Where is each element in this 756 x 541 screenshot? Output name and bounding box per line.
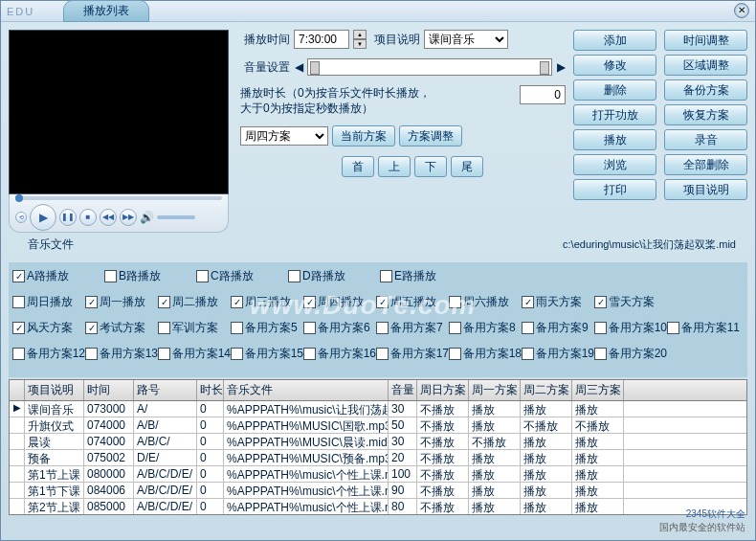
checkbox-box[interactable] bbox=[12, 348, 25, 360]
checkbox-box[interactable] bbox=[158, 348, 170, 360]
prev-track-icon[interactable]: ◀◀ bbox=[100, 209, 117, 226]
rewind-icon[interactable]: ⟲ bbox=[15, 212, 27, 223]
checkbox-box[interactable] bbox=[522, 322, 534, 334]
action-button-浏览[interactable]: 浏览 bbox=[573, 154, 656, 175]
table-row[interactable]: 预备075002D/E/0%APPPATH%\MUSIC\预备.mp320不播放… bbox=[10, 450, 746, 466]
video-display[interactable] bbox=[9, 30, 229, 194]
checkbox-备用方案9[interactable]: 备用方案9 bbox=[522, 320, 594, 336]
checkbox-C路播放[interactable]: C路播放 bbox=[196, 268, 288, 284]
table-row[interactable]: 升旗仪式074000A/B/0%APPPATH%\MUSIC\国歌.mp350不… bbox=[10, 417, 746, 434]
checkbox-box[interactable] bbox=[522, 348, 534, 360]
checkbox-B路播放[interactable]: B路播放 bbox=[104, 268, 196, 284]
checkbox-备用方案8[interactable]: 备用方案8 bbox=[449, 320, 522, 336]
action-button-修改[interactable]: 修改 bbox=[573, 55, 656, 76]
checkbox-雨天方案[interactable]: 雨天方案 bbox=[522, 294, 594, 310]
checkbox-box[interactable] bbox=[12, 296, 25, 308]
checkbox-备用方案16[interactable]: 备用方案16 bbox=[303, 346, 376, 362]
next-track-icon[interactable]: ▶▶ bbox=[120, 209, 137, 226]
stop-icon[interactable]: ■ bbox=[79, 209, 97, 226]
checkbox-box[interactable] bbox=[376, 348, 389, 360]
column-header-周日方案[interactable]: 周日方案 bbox=[417, 380, 469, 400]
nav-first-button[interactable]: 首 bbox=[342, 156, 374, 177]
volume-slider[interactable] bbox=[157, 215, 195, 219]
play-time-input[interactable] bbox=[294, 30, 349, 49]
column-header-周二方案[interactable]: 周二方案 bbox=[521, 380, 572, 400]
checkbox-box[interactable] bbox=[376, 322, 389, 334]
checkbox-box[interactable] bbox=[85, 348, 98, 360]
checkbox-周六播放[interactable]: 周六播放 bbox=[449, 294, 522, 310]
action-button-项目说明[interactable]: 项目说明 bbox=[664, 179, 747, 200]
scheme-select[interactable]: 周四方案 bbox=[240, 126, 328, 146]
checkbox-D路播放[interactable]: D路播放 bbox=[288, 268, 380, 284]
checkbox-box[interactable] bbox=[667, 322, 679, 334]
column-header-音量[interactable]: 音量 bbox=[389, 380, 417, 400]
checkbox-box[interactable] bbox=[594, 348, 607, 360]
table-row[interactable]: 第2节上课085000A/B/C/D/E/0%APPPATH%\music\个性… bbox=[10, 499, 746, 514]
action-button-添加[interactable]: 添加 bbox=[573, 30, 656, 51]
time-spinner[interactable]: ▲▼ bbox=[353, 30, 367, 49]
action-button-恢复方案[interactable]: 恢复方案 bbox=[664, 104, 747, 125]
column-header-时间[interactable]: 时间 bbox=[84, 380, 134, 400]
checkbox-周四播放[interactable]: 周四播放 bbox=[303, 294, 376, 310]
checkbox-周二播放[interactable]: 周二播放 bbox=[158, 294, 231, 310]
column-header-时长[interactable]: 时长 bbox=[197, 380, 224, 400]
checkbox-备用方案15[interactable]: 备用方案15 bbox=[231, 346, 303, 362]
checkbox-box[interactable] bbox=[449, 348, 461, 360]
action-button-区域调整[interactable]: 区域调整 bbox=[664, 55, 747, 76]
action-button-备份方案[interactable]: 备份方案 bbox=[664, 79, 747, 101]
checkbox-备用方案5[interactable]: 备用方案5 bbox=[231, 320, 303, 336]
table-row[interactable]: 第1节下课084006A/B/C/D/E/0%APPPATH%\music\个性… bbox=[10, 483, 746, 499]
checkbox-备用方案13[interactable]: 备用方案13 bbox=[85, 346, 158, 362]
checkbox-box[interactable] bbox=[594, 296, 607, 308]
column-header-周三方案[interactable]: 周三方案 bbox=[572, 380, 624, 400]
volume-icon[interactable]: 🔊 bbox=[140, 211, 154, 224]
checkbox-备用方案19[interactable]: 备用方案19 bbox=[522, 346, 594, 362]
checkbox-备用方案17[interactable]: 备用方案17 bbox=[376, 346, 449, 362]
duration-input[interactable] bbox=[520, 85, 566, 104]
checkbox-周日播放[interactable]: 周日播放 bbox=[12, 294, 85, 310]
checkbox-雪天方案[interactable]: 雪天方案 bbox=[594, 294, 667, 310]
close-icon[interactable]: ✕ bbox=[734, 3, 749, 18]
checkbox-备用方案10[interactable]: 备用方案10 bbox=[594, 320, 667, 336]
table-row[interactable]: 第1节上课080000A/B/C/D/E/0%APPPATH%\music\个性… bbox=[10, 466, 746, 483]
vol-left-icon[interactable]: ◀ bbox=[294, 60, 303, 74]
pause-icon[interactable]: ❚❚ bbox=[59, 209, 77, 226]
checkbox-box[interactable] bbox=[85, 322, 98, 334]
checkbox-box[interactable] bbox=[158, 296, 170, 308]
action-button-播放[interactable]: 播放 bbox=[573, 129, 656, 150]
checkbox-box[interactable] bbox=[196, 270, 209, 282]
checkbox-备用方案7[interactable]: 备用方案7 bbox=[376, 320, 449, 336]
action-button-打开功放[interactable]: 打开功放 bbox=[573, 104, 656, 125]
checkbox-box[interactable] bbox=[12, 322, 25, 334]
checkbox-box[interactable] bbox=[231, 296, 243, 308]
checkbox-box[interactable] bbox=[522, 296, 534, 308]
checkbox-box[interactable] bbox=[449, 322, 461, 334]
checkbox-box[interactable] bbox=[85, 296, 98, 308]
checkbox-备用方案20[interactable]: 备用方案20 bbox=[594, 346, 667, 362]
scheme-adjust-button[interactable]: 方案调整 bbox=[399, 125, 462, 147]
play-icon[interactable]: ▶ bbox=[30, 204, 56, 231]
column-header-音乐文件[interactable]: 音乐文件 bbox=[224, 380, 389, 400]
action-button-时间调整[interactable]: 时间调整 bbox=[664, 30, 747, 51]
checkbox-box[interactable] bbox=[303, 348, 316, 360]
checkbox-box[interactable] bbox=[158, 322, 170, 334]
checkbox-box[interactable] bbox=[303, 296, 316, 308]
nav-next-button[interactable]: 下 bbox=[414, 156, 447, 177]
item-desc-select[interactable]: 课间音乐 bbox=[424, 30, 508, 49]
checkbox-军训方案[interactable]: 军训方案 bbox=[158, 320, 231, 336]
checkbox-周一播放[interactable]: 周一播放 bbox=[85, 294, 158, 310]
column-header-路号[interactable]: 路号 bbox=[134, 380, 197, 400]
checkbox-考试方案[interactable]: 考试方案 bbox=[85, 320, 158, 336]
column-header-项目说明[interactable]: 项目说明 bbox=[25, 380, 84, 400]
checkbox-备用方案6[interactable]: 备用方案6 bbox=[303, 320, 376, 336]
progress-slider[interactable] bbox=[15, 196, 222, 200]
checkbox-box[interactable] bbox=[231, 348, 243, 360]
table-row[interactable]: 晨读074000A/B/C/0%APPPATH%\MUSIC\晨读.mid30不… bbox=[10, 434, 746, 450]
checkbox-备用方案12[interactable]: 备用方案12 bbox=[12, 346, 85, 362]
nav-last-button[interactable]: 尾 bbox=[451, 156, 483, 177]
table-row[interactable]: ▶课间音乐073000A/0%APPPATH%\music\让我们荡起XX30不… bbox=[10, 401, 746, 417]
checkbox-A路播放[interactable]: A路播放 bbox=[12, 268, 104, 284]
action-button-删除[interactable]: 删除 bbox=[573, 79, 656, 101]
action-button-打印[interactable]: 打印 bbox=[573, 179, 656, 200]
checkbox-周五播放[interactable]: 周五播放 bbox=[376, 294, 449, 310]
